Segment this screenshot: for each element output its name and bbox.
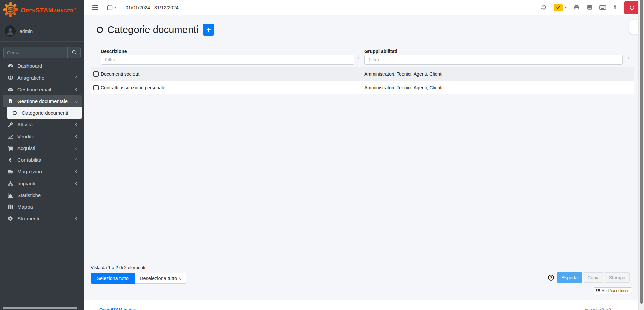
bell-icon[interactable]: [541, 5, 547, 11]
brand-link[interactable]: OSM OpenSTAManager®: [0, 0, 84, 21]
filter-input-gruppi[interactable]: [364, 55, 623, 65]
todo-widget[interactable]: ▾: [554, 4, 567, 11]
chevron-down-icon: [75, 100, 79, 103]
check-icon: [556, 6, 560, 9]
sidebar-item-label: Impianti: [17, 180, 35, 186]
sidebar: OSM OpenSTAManager® admin: [0, 0, 84, 310]
circle-icon: [11, 111, 18, 115]
sidebar-horizontal-scrollbar[interactable]: [3, 307, 77, 309]
sidebar-item-label: Gestione documentale: [17, 98, 68, 104]
footer-app-link[interactable]: OpenSTAManager: [99, 307, 137, 310]
filter-input-descrizione[interactable]: [101, 55, 354, 65]
power-icon: [629, 5, 635, 10]
page-title: Categorie documenti: [107, 24, 198, 35]
sidebar-item-anagrafiche[interactable]: Anagrafiche: [3, 72, 82, 84]
sidebar-item-label: Mappa: [17, 204, 33, 210]
sidebar-item-attivita[interactable]: Attività: [3, 119, 82, 131]
row-checkbox[interactable]: [93, 85, 99, 90]
export-button[interactable]: Esporta: [557, 272, 582, 283]
gear-icon: [7, 216, 14, 221]
footer-version: Versione 2.5.2: [585, 307, 611, 310]
info-icon[interactable]: i: [613, 4, 617, 11]
table-info: Vista da 1 a 2 di 2 elementi: [91, 265, 145, 270]
chevron-left-icon: [75, 147, 79, 150]
sidebar-search: [3, 47, 81, 58]
gear-logo-icon: OSM: [3, 2, 18, 19]
scrollbar-thumb[interactable]: [640, 0, 643, 304]
deselect-all-button[interactable]: Deseleziona tutto0: [135, 273, 186, 284]
calendar-icon[interactable]: ▾: [107, 5, 116, 10]
book-icon[interactable]: [587, 5, 592, 10]
printer-icon[interactable]: [574, 5, 580, 10]
table-bottom-divider: [91, 256, 634, 256]
sidebar-item-label: Magazzino: [17, 169, 42, 174]
sidebar-item-magazzino[interactable]: Magazzino: [3, 166, 82, 177]
caret-down-icon: ▾: [114, 5, 116, 10]
edit-columns-button[interactable]: Modifica colonne: [594, 287, 632, 294]
logo-text: OSM: [7, 8, 14, 12]
search-icon: [72, 50, 77, 56]
sort-icon-descrizione[interactable]: ▲: [357, 56, 360, 60]
sidebar-item-gestione-documentale[interactable]: Gestione documentale: [3, 95, 82, 107]
sidebar-item-impianti[interactable]: Impianti: [3, 177, 82, 189]
print-button[interactable]: Stampa: [605, 272, 630, 283]
sitemap-icon: [7, 181, 14, 186]
sidebar-item-gestione-email[interactable]: Gestione email: [3, 84, 82, 95]
keyboard-icon[interactable]: [599, 5, 606, 10]
sidebar-item-vendite[interactable]: Vendite: [3, 131, 82, 142]
cart-icon: [7, 145, 14, 151]
user-panel: admin: [0, 21, 84, 42]
envelope-icon: [7, 87, 14, 92]
sidebar-item-dashboard[interactable]: Dashboard: [3, 60, 82, 72]
module-circle-icon: [97, 27, 103, 33]
date-range[interactable]: 01/01/2024 - 31/12/2024: [126, 5, 179, 10]
main-content: Categorie documenti + Descrizione Gruppi…: [84, 15, 644, 310]
table-row[interactable]: Documenti società Amministratori, Tecnic…: [91, 67, 634, 81]
chevron-left-icon: [75, 88, 79, 91]
deselect-count-badge: 0: [179, 276, 181, 280]
search-input[interactable]: [3, 47, 67, 58]
table-row[interactable]: Contratti assunzione personale Amministr…: [91, 81, 634, 94]
sidebar-item-mappa[interactable]: Mappa: [3, 201, 82, 213]
sidebar-item-label: Gestione email: [17, 87, 51, 92]
row-checkbox[interactable]: [93, 71, 99, 77]
selection-buttons: Seleziona tutto Deseleziona tutto0: [91, 273, 186, 284]
deselect-all-label: Deseleziona tutto: [140, 276, 177, 281]
chevron-left-icon: [75, 135, 79, 138]
sidebar-subitem-label: Categorie documenti: [22, 110, 68, 116]
list-icon: [596, 289, 600, 292]
sidebar-item-contabilita[interactable]: € Contabilità: [3, 154, 82, 166]
export-buttons: ? Esporta Copia Stampa: [548, 272, 630, 283]
chart-line-icon: [7, 134, 14, 139]
select-all-button[interactable]: Seleziona tutto: [91, 273, 135, 284]
wrench-icon: [7, 122, 14, 127]
registered-mark: ®: [73, 7, 76, 11]
check-button[interactable]: [554, 4, 563, 11]
column-header-gruppi[interactable]: Gruppi abilitati: [364, 49, 397, 54]
sidebar-item-acquisti[interactable]: Acquisti: [3, 142, 82, 154]
vertical-scrollbar[interactable]: [638, 0, 644, 310]
sidebar-item-label: Statistiche: [17, 192, 41, 198]
sidebar-item-label: Attività: [17, 122, 33, 127]
help-icon[interactable]: ?: [548, 275, 554, 281]
caret-down-icon: ▾: [565, 5, 567, 10]
sidebar-item-statistiche[interactable]: Statistiche: [3, 189, 82, 201]
footer: OpenSTAManager Versione 2.5.2: [84, 300, 644, 310]
top-navbar: ▾ 01/01/2024 - 31/12/2024 ▾: [84, 0, 644, 15]
sidebar-menu: Dashboard Anagrafiche Gestione email: [0, 60, 84, 224]
column-header-descrizione[interactable]: Descrizione: [101, 49, 127, 54]
sidebar-subitem-categorie-documenti[interactable]: Categorie documenti: [7, 107, 82, 119]
chevron-left-icon: [75, 170, 79, 173]
cell-descrizione: Contratti assunzione personale: [101, 81, 165, 94]
sidebar-item-label: Strumenti: [17, 216, 39, 221]
search-button[interactable]: [67, 47, 81, 58]
add-button[interactable]: +: [203, 24, 214, 36]
sort-icon-gruppi[interactable]: ▲: [627, 56, 630, 60]
page-header: Categorie documenti +: [97, 20, 214, 39]
hamburger-menu-icon[interactable]: [92, 5, 98, 10]
logout-button[interactable]: [624, 1, 639, 14]
file-icon: [7, 99, 14, 104]
copy-button[interactable]: Copia: [583, 272, 604, 283]
sidebar-item-strumenti[interactable]: Strumenti: [3, 213, 82, 224]
cell-descrizione: Documenti società: [101, 67, 139, 81]
